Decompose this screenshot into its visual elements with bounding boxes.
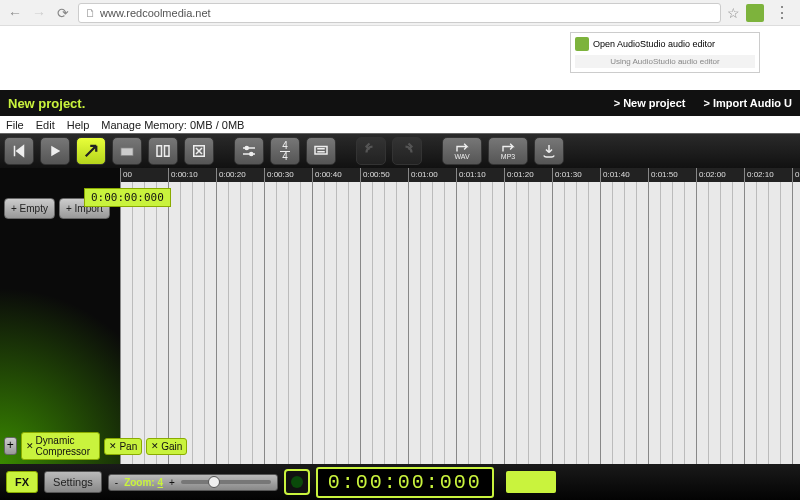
grid-line	[744, 182, 745, 464]
grid-line	[528, 182, 529, 464]
remove-fx-icon[interactable]: ✕	[26, 441, 34, 451]
grid-line	[708, 182, 709, 464]
zoom-out-button[interactable]: -	[115, 477, 118, 488]
split-tool-button[interactable]	[148, 137, 178, 165]
grid-line	[696, 182, 697, 464]
zoom-in-button[interactable]: +	[169, 477, 175, 488]
ruler-tick: 00	[120, 168, 132, 182]
menu-edit[interactable]: Edit	[36, 119, 55, 131]
zoom-slider[interactable]	[181, 480, 271, 484]
ruler-tick: 0:01:20	[504, 168, 534, 182]
grid-line	[444, 182, 445, 464]
timeline[interactable]: 000:00:100:00:200:00:300:00:400:00:500:0…	[120, 168, 800, 464]
svg-rect-2	[165, 146, 170, 157]
new-project-link[interactable]: > New project	[614, 97, 686, 109]
grid-line	[324, 182, 325, 464]
grid-line	[180, 182, 181, 464]
grid-line	[732, 182, 733, 464]
grid-line	[480, 182, 481, 464]
toolbar: 4 4 WAV MP3	[0, 134, 800, 168]
ruler-tick: 0:00:30	[264, 168, 294, 182]
grid-line	[312, 182, 313, 464]
grid-line	[432, 182, 433, 464]
grid-line	[504, 182, 505, 464]
url-text: www.redcoolmedia.net	[100, 7, 211, 19]
grid-line	[336, 182, 337, 464]
time-signature-button[interactable]: 4 4	[270, 137, 300, 165]
download-button[interactable]	[534, 137, 564, 165]
svg-point-4	[245, 147, 248, 150]
page-icon: 🗋	[85, 7, 96, 19]
timeline-grid[interactable]	[120, 182, 800, 464]
grid-line	[216, 182, 217, 464]
export-wav-button[interactable]: WAV	[442, 137, 482, 165]
import-audio-link[interactable]: > Import Audio U	[703, 97, 792, 109]
remove-fx-icon[interactable]: ✕	[109, 441, 117, 451]
grid-line	[144, 182, 145, 464]
add-fx-button[interactable]: +	[4, 437, 17, 455]
grid-line	[660, 182, 661, 464]
add-empty-track-button[interactable]: + Empty	[4, 198, 55, 219]
grid-line	[240, 182, 241, 464]
grid-line	[372, 182, 373, 464]
reload-button[interactable]: ⟳	[54, 4, 72, 22]
grid-line	[768, 182, 769, 464]
ruler-tick: 0:00:40	[312, 168, 342, 182]
mixer-button[interactable]	[234, 137, 264, 165]
grid-line	[420, 182, 421, 464]
grid-line	[408, 182, 409, 464]
timeline-ruler[interactable]: 000:00:100:00:200:00:300:00:400:00:500:0…	[120, 168, 800, 182]
ruler-tick: 0:00:20	[216, 168, 246, 182]
block-tool-button[interactable]	[112, 137, 142, 165]
extension-popup-status: Using AudioStudio audio editor	[575, 55, 755, 68]
zoom-slider-thumb[interactable]	[208, 476, 220, 488]
arrow-tool-button[interactable]	[76, 137, 106, 165]
record-icon	[291, 476, 303, 488]
menu-file[interactable]: File	[6, 119, 24, 131]
grid-line	[516, 182, 517, 464]
grid-line	[564, 182, 565, 464]
extension-icon[interactable]	[746, 4, 764, 22]
delete-tool-button[interactable]	[184, 137, 214, 165]
grid-line	[636, 182, 637, 464]
grid-line	[756, 182, 757, 464]
forward-button[interactable]: →	[30, 4, 48, 22]
extension-popup-icon	[575, 37, 589, 51]
display-settings-button[interactable]	[306, 137, 336, 165]
fx-chain: + ✕ Dynamic Compressor ✕ Pan ✕ Gain	[4, 432, 187, 460]
grid-line	[456, 182, 457, 464]
rewind-button[interactable]	[4, 137, 34, 165]
remove-fx-icon[interactable]: ✕	[151, 441, 159, 451]
browser-bar: ← → ⟳ 🗋 www.redcoolmedia.net ☆ ⋮	[0, 0, 800, 26]
fx-chip-gain[interactable]: ✕ Gain	[146, 438, 187, 455]
back-button[interactable]: ←	[6, 4, 24, 22]
url-bar[interactable]: 🗋 www.redcoolmedia.net	[78, 3, 721, 23]
grid-line	[648, 182, 649, 464]
play-button[interactable]	[40, 137, 70, 165]
grid-line	[684, 182, 685, 464]
undo-button[interactable]	[356, 137, 386, 165]
grid-line	[252, 182, 253, 464]
project-title: New project.	[8, 96, 596, 111]
bookmark-star-icon[interactable]: ☆	[727, 5, 740, 21]
redo-button[interactable]	[392, 137, 422, 165]
fx-chip-pan[interactable]: ✕ Pan	[104, 438, 142, 455]
ruler-tick: 0:01:40	[600, 168, 630, 182]
menu-memory[interactable]: Manage Memory: 0MB / 0MB	[101, 119, 244, 131]
fx-panel-button[interactable]: FX	[6, 471, 38, 493]
grid-line	[156, 182, 157, 464]
grid-line	[624, 182, 625, 464]
grid-line	[672, 182, 673, 464]
extension-popup-title[interactable]: Open AudioStudio audio editor	[593, 39, 715, 49]
svg-rect-6	[315, 147, 327, 155]
fx-chip-dynamic-compressor[interactable]: ✕ Dynamic Compressor	[21, 432, 101, 460]
svg-rect-1	[157, 146, 162, 157]
export-mp3-button[interactable]: MP3	[488, 137, 528, 165]
browser-menu-icon[interactable]: ⋮	[770, 3, 794, 22]
transport-time-display: 0:00:00:000	[316, 467, 494, 498]
grid-line	[540, 182, 541, 464]
menu-help[interactable]: Help	[67, 119, 90, 131]
record-button[interactable]	[284, 469, 310, 495]
svg-point-5	[250, 153, 253, 156]
settings-button[interactable]: Settings	[44, 471, 102, 493]
